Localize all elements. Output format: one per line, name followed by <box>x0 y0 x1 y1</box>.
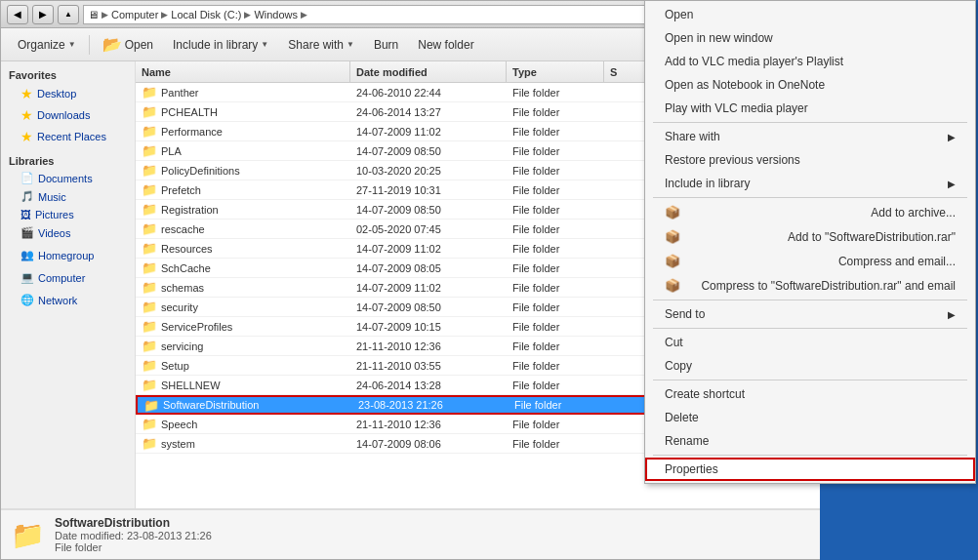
sidebar-item-recent-places[interactable]: ★ Recent Places <box>1 126 135 147</box>
folder-icon: 📁 <box>142 417 157 431</box>
sidebar-item-pictures[interactable]: 🖼 Pictures <box>1 206 135 223</box>
sidebar-item-homegroup[interactable]: 👥 Homegroup <box>1 246 135 264</box>
file-date: 24-06-2010 22:44 <box>350 83 507 101</box>
homegroup-icon: 👥 <box>20 249 34 261</box>
open-button[interactable]: 📂 Open <box>94 32 162 58</box>
file-name: Speech <box>161 419 197 430</box>
context-menu-item-compress-rar-email[interactable]: 📦Compress to "SoftwareDistribution.rar" … <box>645 273 975 298</box>
col-type[interactable]: Type <box>507 61 604 82</box>
status-bar: 📁 SoftwareDistribution Date modified: 23… <box>1 508 829 559</box>
sidebar-item-downloads[interactable]: ★ Downloads <box>1 104 135 126</box>
address-part-3: Windows <box>254 9 298 20</box>
file-date: 23-08-2013 21:26 <box>352 397 509 413</box>
context-menu-item-compress-email[interactable]: 📦Compress and email... <box>645 249 975 273</box>
sidebar-item-music[interactable]: 🎵 Music <box>1 187 135 206</box>
share-with-button[interactable]: Share with ▼ <box>279 32 363 58</box>
computer-icon: 💻 <box>20 271 34 284</box>
context-menu-separator <box>653 328 967 329</box>
sidebar-item-videos[interactable]: 🎬 Videos <box>1 223 135 242</box>
folder-icon: 📁 <box>142 436 157 451</box>
organize-button[interactable]: Organize ▼ <box>9 32 85 58</box>
computer-label: Computer <box>38 272 85 284</box>
sidebar-item-network[interactable]: 🌐 Network <box>1 291 135 309</box>
address-arrow-4: ▶ <box>301 10 307 20</box>
context-menu-item-add-rar[interactable]: 📦Add to "SoftwareDistribution.rar" <box>645 224 975 249</box>
file-date: 21-11-2010 12:36 <box>350 337 507 355</box>
sidebar-item-desktop[interactable]: ★ Desktop <box>1 83 135 104</box>
folder-icon: 📁 <box>142 143 157 158</box>
context-menu-item-cut[interactable]: Cut <box>645 331 975 354</box>
file-date: 24-06-2014 13:28 <box>350 376 507 394</box>
status-date: 23-08-2013 21:26 <box>127 530 212 541</box>
context-menu-item-copy[interactable]: Copy <box>645 354 975 378</box>
context-menu-item-add-archive[interactable]: 📦Add to archive... <box>645 200 975 224</box>
folder-icon: 📁 <box>142 85 157 100</box>
file-type: File folder <box>507 220 604 238</box>
context-menu-item-share-with[interactable]: Share with▶ <box>645 125 975 148</box>
ctx-label: Include in library <box>665 177 750 190</box>
file-name: system <box>161 438 195 450</box>
folder-icon: 📁 <box>142 339 157 353</box>
context-menu-item-properties[interactable]: Properties <box>645 458 975 481</box>
context-menu-item-restore-versions[interactable]: Restore previous versions <box>645 148 975 172</box>
new-folder-label: New folder <box>418 38 473 52</box>
file-name: ServiceProfiles <box>161 321 232 333</box>
ctx-label: Cut <box>665 336 683 349</box>
up-button[interactable]: ▲ <box>58 5 79 24</box>
include-library-button[interactable]: Include in library ▼ <box>164 32 277 58</box>
context-menu-item-rename[interactable]: Rename <box>645 429 975 453</box>
file-name-cell: 📁 Setup <box>136 356 350 375</box>
address-arrow-2: ▶ <box>161 10 168 20</box>
context-menu-separator <box>653 300 967 300</box>
new-folder-button[interactable]: New folder <box>409 32 482 58</box>
file-date: 21-11-2010 12:36 <box>350 415 507 433</box>
status-type: File folder <box>55 541 212 553</box>
file-name-cell: 📁 system <box>136 434 350 453</box>
context-menu-item-add-vlc-playlist[interactable]: Add to VLC media player's Playlist <box>645 50 975 73</box>
file-date: 14-07-2009 11:02 <box>350 122 507 140</box>
file-name: PLA <box>161 145 182 157</box>
favorites-header: Favorites <box>1 65 135 83</box>
burn-button[interactable]: Burn <box>365 32 407 58</box>
file-type: File folder <box>507 102 604 121</box>
status-name: SoftwareDistribution <box>55 516 212 530</box>
organize-label: Organize <box>18 38 65 52</box>
forward-button[interactable]: ▶ <box>32 5 54 24</box>
libraries-label: Libraries <box>9 155 54 167</box>
file-type: File folder <box>507 259 604 277</box>
sidebar-item-computer[interactable]: 💻 Computer <box>1 268 135 287</box>
file-date: 14-07-2009 08:50 <box>350 141 507 160</box>
file-date: 14-07-2009 08:50 <box>350 200 507 219</box>
homegroup-label: Homegroup <box>38 250 94 261</box>
submenu-arrow: ▶ <box>948 179 956 189</box>
computer-section: 💻 Computer <box>1 268 135 287</box>
file-date: 14-07-2009 08:06 <box>350 434 507 453</box>
file-type: File folder <box>507 141 604 160</box>
context-menu-item-include-library[interactable]: Include in library▶ <box>645 172 975 195</box>
context-menu: OpenOpen in new windowAdd to VLC media p… <box>644 0 976 484</box>
context-menu-item-open-onenote[interactable]: Open as Notebook in OneNote <box>645 73 975 97</box>
file-name: Prefetch <box>161 184 201 196</box>
back-button[interactable]: ◀ <box>7 5 28 24</box>
file-date: 02-05-2020 07:45 <box>350 220 507 238</box>
context-menu-item-open-new-window[interactable]: Open in new window <box>645 26 975 50</box>
sidebar-item-documents[interactable]: 📄 Documents <box>1 169 135 187</box>
rar-icon: 📦 <box>665 205 680 220</box>
file-name-cell: 📁 SchCache <box>136 259 350 277</box>
file-name-cell: 📁 rescache <box>136 220 350 238</box>
file-name: Resources <box>161 243 213 255</box>
file-name-cell: 📁 ServiceProfiles <box>136 317 350 336</box>
col-date[interactable]: Date modified <box>350 61 507 82</box>
context-menu-item-open[interactable]: Open <box>645 3 975 26</box>
folder-icon: 📁 <box>142 280 157 295</box>
col-name[interactable]: Name <box>136 61 350 82</box>
context-menu-item-create-shortcut[interactable]: Create shortcut <box>645 382 975 406</box>
file-date: 10-03-2020 20:25 <box>350 161 507 180</box>
context-menu-item-delete[interactable]: Delete <box>645 406 975 429</box>
docs-icon: 📄 <box>20 172 34 184</box>
context-menu-item-play-vlc[interactable]: Play with VLC media player <box>645 97 975 120</box>
address-bar[interactable]: 🖥 ▶ Computer ▶ Local Disk (C:) ▶ Windows… <box>83 5 667 24</box>
recent-places-label: Recent Places <box>37 131 106 142</box>
context-menu-item-send-to[interactable]: Send to▶ <box>645 302 975 326</box>
folder-icon: 📁 <box>142 319 157 334</box>
